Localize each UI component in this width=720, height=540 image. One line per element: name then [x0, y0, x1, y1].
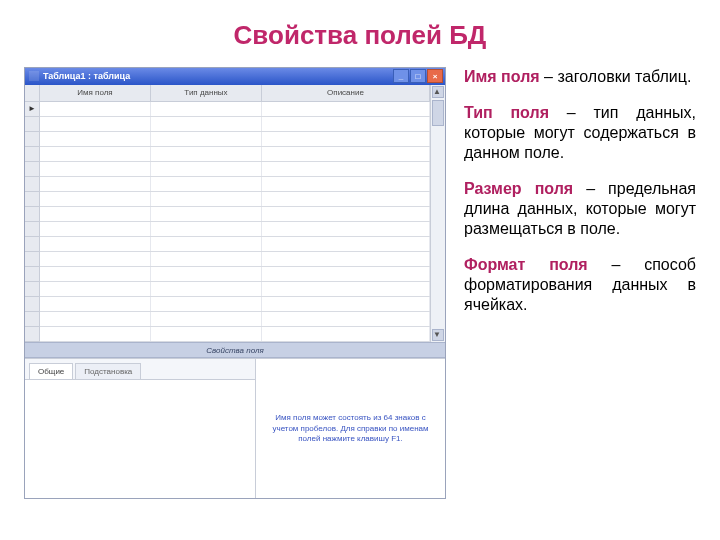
term-size: Размер поля [464, 180, 573, 197]
scroll-down-icon[interactable]: ▼ [432, 329, 444, 341]
titlebar: Таблица1 : таблица _ □ × [25, 68, 445, 85]
hint-text: Имя поля может состоять из 64 знаков с у… [266, 413, 435, 444]
window-caption: Таблица1 : таблица [43, 71, 130, 81]
scroll-up-icon[interactable]: ▲ [432, 86, 444, 98]
maximize-button[interactable]: □ [410, 69, 426, 83]
term-name: Имя поля [464, 68, 540, 85]
term-format: Формат поля [464, 256, 588, 273]
close-button[interactable]: × [427, 69, 443, 83]
table-icon [29, 71, 39, 81]
grid-body[interactable] [40, 102, 430, 342]
slide-content: Таблица1 : таблица _ □ × ► Имя поля [0, 67, 720, 499]
access-window: Таблица1 : таблица _ □ × ► Имя поля [24, 67, 446, 499]
def-type: Тип поля – тип данных, которые могут сод… [464, 103, 696, 163]
row-marker-column: ► [25, 85, 40, 342]
scroll-thumb[interactable] [432, 100, 444, 126]
col-header-name[interactable]: Имя поля [40, 85, 151, 101]
def-format: Формат поля – способ форматирования данн… [464, 255, 696, 315]
field-properties-label: Свойства поля [25, 342, 445, 359]
property-sheet[interactable] [25, 379, 255, 498]
def-name: Имя поля – заголовки таблиц. [464, 67, 696, 87]
minimize-button[interactable]: _ [393, 69, 409, 83]
col-header-desc[interactable]: Описание [262, 85, 430, 101]
current-row-marker: ► [25, 102, 39, 117]
vertical-scrollbar[interactable]: ▲ ▼ [430, 85, 445, 342]
field-properties-pane: Общие Подстановка Имя поля может состоят… [25, 358, 445, 498]
term-type: Тип поля [464, 104, 549, 121]
slide-title: Свойства полей БД [0, 20, 720, 51]
col-header-type[interactable]: Тип данных [151, 85, 262, 101]
property-tabs: Общие Подстановка [25, 359, 255, 379]
design-grid: ► Имя поля Тип данных Описание [25, 85, 445, 342]
tab-general[interactable]: Общие [29, 363, 73, 379]
tab-lookup[interactable]: Подстановка [75, 363, 141, 379]
def-size: Размер поля – предельная длина данных, к… [464, 179, 696, 239]
def-name-text: – заголовки таблиц. [540, 68, 692, 85]
definitions: Имя поля – заголовки таблиц. Тип поля – … [464, 67, 696, 499]
grid-header-row: Имя поля Тип данных Описание [40, 85, 430, 102]
